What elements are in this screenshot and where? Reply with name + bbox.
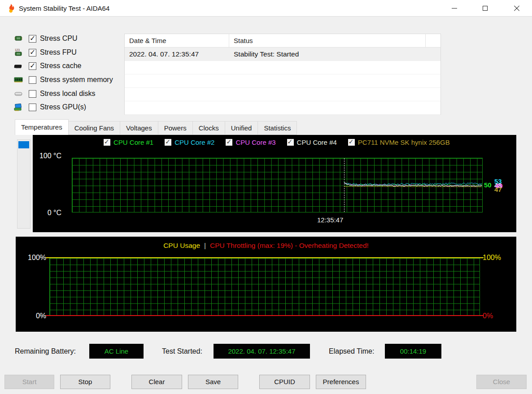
- stress-cache-checkbox[interactable]: [29, 62, 36, 70]
- legend-item-cpu-core-3[interactable]: CPU Core #3: [226, 139, 275, 146]
- stress-cpu-option[interactable]: Stress CPU: [13, 33, 78, 44]
- legend-item-cpu-core-1[interactable]: CPU Core #1: [104, 139, 153, 146]
- cpu-usage-title-text: CPU Usage: [163, 242, 200, 250]
- temp-scale-slider[interactable]: [17, 139, 31, 229]
- start-button[interactable]: Start: [4, 375, 54, 389]
- temp-axis-min-label: 0 °C: [35, 209, 61, 217]
- cpuid-button[interactable]: CPUID: [259, 375, 310, 389]
- legend-item-cpu-core-4[interactable]: CPU Core #4: [287, 139, 337, 146]
- legend-label-nvme: PC711 NVMe SK hynix 256GB: [358, 139, 450, 146]
- svg-text:123: 123: [15, 48, 20, 52]
- legend-label-cpu-core-2: CPU Core #2: [174, 139, 214, 146]
- title-separator: |: [204, 242, 206, 250]
- elapsed-time-text: 00:14:19: [400, 347, 426, 355]
- legend-checkbox-cpu-core-3[interactable]: [226, 139, 232, 146]
- temperature-series-lines: [72, 158, 483, 212]
- battery-value-text: AC Line: [105, 347, 128, 355]
- stress-memory-checkbox[interactable]: [29, 76, 36, 84]
- close-button[interactable]: [506, 0, 527, 16]
- event-log-header: Date & Time Status: [125, 34, 440, 48]
- window-title: System Stability Test - AIDA64: [19, 0, 109, 17]
- save-button[interactable]: Save: [188, 375, 238, 389]
- event-empty-cell: [426, 48, 440, 61]
- cpu-throttling-line: [46, 315, 484, 316]
- close-icon: [514, 5, 519, 11]
- elapsed-time-label: Elapsed Time:: [329, 347, 374, 355]
- tab-cooling-fans[interactable]: Cooling Fans: [69, 121, 120, 135]
- legend-label-cpu-core-3: CPU Core #3: [235, 139, 275, 146]
- event-log-table: Date & Time Status 2022. 04. 07. 12:35:4…: [124, 34, 441, 115]
- legend-item-cpu-core-2[interactable]: CPU Core #2: [165, 139, 214, 146]
- legend-checkbox-nvme[interactable]: [348, 139, 355, 146]
- remaining-battery-value: AC Line: [89, 344, 144, 359]
- cpu-usage-line: [46, 257, 484, 258]
- memory-module-icon: [13, 75, 23, 84]
- table-row-empty: [125, 61, 440, 74]
- stress-gpu-option[interactable]: Stress GPU(s): [13, 102, 86, 113]
- title-bar: System Stability Test - AIDA64: [0, 0, 532, 17]
- usage-grid: [49, 258, 480, 316]
- table-row-empty: [125, 88, 440, 101]
- tab-powers[interactable]: Powers: [158, 121, 193, 135]
- test-start-time-label: 12:35:47: [317, 216, 343, 224]
- temperature-chart-panel: CPU Core #1 CPU Core #2 CPU Core #3 CPU …: [33, 135, 516, 232]
- stress-memory-option[interactable]: Stress system memory: [13, 74, 113, 85]
- stop-button[interactable]: Stop: [60, 375, 110, 389]
- temperature-legend: CPU Core #1 CPU Core #2 CPU Core #3 CPU …: [104, 139, 450, 146]
- stress-fpu-label: Stress FPU: [40, 48, 77, 56]
- tab-temperatures[interactable]: Temperatures: [15, 119, 69, 135]
- table-row[interactable]: 2022. 04. 07. 12:35:47 Stability Test: S…: [125, 48, 440, 61]
- clear-button[interactable]: Clear: [131, 375, 182, 389]
- test-started-label: Test Started:: [162, 347, 202, 355]
- cpu-chip-icon: [13, 34, 23, 43]
- table-row-empty: [125, 74, 440, 88]
- stress-fpu-checkbox[interactable]: [29, 49, 36, 56]
- minimize-icon: [452, 8, 457, 9]
- tab-voltages[interactable]: Voltages: [120, 121, 158, 135]
- legend-item-nvme[interactable]: PC711 NVMe SK hynix 256GB: [348, 139, 450, 146]
- legend-label-cpu-core-1: CPU Core #1: [113, 139, 153, 146]
- close-dialog-button[interactable]: Close: [476, 375, 527, 389]
- stress-disks-label: Stress local disks: [40, 90, 96, 98]
- stress-gpu-checkbox[interactable]: [29, 104, 36, 111]
- usage-axis-min-left: 0%: [19, 312, 46, 320]
- legend-checkbox-cpu-core-4[interactable]: [287, 139, 294, 146]
- preferences-button[interactable]: Preferences: [316, 375, 366, 389]
- tab-unified[interactable]: Unified: [225, 121, 258, 135]
- stress-cpu-checkbox[interactable]: [29, 35, 36, 43]
- temp-axis-max-label: 100 °C: [35, 152, 61, 160]
- chart-tab-strip: Temperatures Cooling Fans Voltages Power…: [15, 119, 297, 135]
- current-temp-label-nvme: 47: [494, 186, 502, 193]
- minimize-button[interactable]: [444, 0, 465, 16]
- stress-cpu-label: Stress CPU: [40, 35, 78, 43]
- event-status-cell: Stability Test: Started: [229, 48, 426, 61]
- test-started-text: 2022. 04. 07. 12:35:47: [228, 347, 295, 355]
- maximize-button[interactable]: [475, 0, 495, 16]
- current-temp-label-core1: 50: [484, 181, 492, 189]
- cpu-usage-chart-panel: CPU Usage | CPU Throttling (max: 19%) - …: [16, 237, 516, 332]
- legend-checkbox-cpu-core-2[interactable]: [165, 139, 171, 146]
- temp-scale-slider-thumb[interactable]: [18, 141, 29, 148]
- stress-fpu-option[interactable]: 123 Stress FPU: [13, 47, 77, 58]
- legend-label-cpu-core-4: CPU Core #4: [297, 139, 337, 146]
- stress-disks-checkbox[interactable]: [29, 90, 36, 98]
- cache-chip-icon: [13, 61, 23, 70]
- elapsed-time-value: 00:14:19: [385, 344, 441, 359]
- legend-checkbox-cpu-core-1[interactable]: [104, 139, 110, 146]
- usage-axis-max-left: 100%: [19, 254, 46, 262]
- throttling-warning-text: CPU Throttling (max: 19%) - Overheating …: [210, 242, 369, 250]
- stress-gpu-label: Stress GPU(s): [40, 103, 86, 111]
- hard-disk-icon: [13, 89, 23, 98]
- stress-disks-option[interactable]: Stress local disks: [13, 88, 96, 99]
- stress-cache-option[interactable]: Stress cache: [13, 61, 81, 71]
- column-header-datetime[interactable]: Date & Time: [125, 34, 229, 47]
- column-header-status[interactable]: Status: [229, 34, 426, 47]
- aida64-flame-icon: [6, 3, 16, 13]
- gpu-card-icon: [13, 103, 23, 112]
- tab-clocks[interactable]: Clocks: [193, 121, 225, 135]
- usage-chart-title: CPU Usage | CPU Throttling (max: 19%) - …: [16, 242, 516, 250]
- tab-statistics[interactable]: Statistics: [258, 121, 297, 135]
- usage-axis-min-right: 0%: [483, 312, 493, 320]
- stress-memory-label: Stress system memory: [40, 76, 113, 84]
- system-stability-test-window: System Stability Test - AIDA64 Stress CP…: [0, 0, 532, 394]
